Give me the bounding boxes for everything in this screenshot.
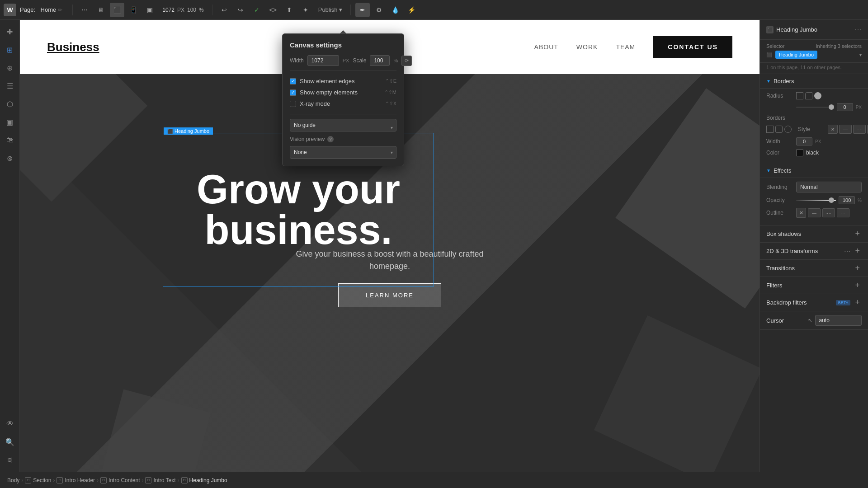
code-btn[interactable]: <> [266, 3, 280, 17]
add-element-btn[interactable]: ✚ [2, 23, 18, 40]
transitions-add-btn[interactable]: + [853, 263, 862, 273]
border-style-x-btn[interactable]: ✕ [828, 125, 838, 134]
backdrop-filters-add-btn[interactable]: + [853, 298, 862, 307]
breadcrumb-section[interactable]: □ Section [25, 477, 51, 483]
device-tablet-btn[interactable]: ⬛ [110, 3, 124, 17]
borders-section-header[interactable]: ▼ Borders [760, 74, 868, 89]
breadcrumb-intro-header[interactable]: □ Intro Header [57, 477, 95, 483]
filters-header[interactable]: Filters + [760, 277, 868, 294]
nav-link-work[interactable]: WORK [576, 43, 598, 51]
export-btn[interactable]: ⬆ [282, 3, 297, 17]
publish-button[interactable]: Publish ▾ [315, 5, 346, 15]
outline-label: Outline [766, 210, 793, 216]
star-btn[interactable]: ✦ [298, 3, 313, 17]
border-width-input[interactable] [796, 137, 812, 145]
search-sidebar-btn[interactable]: 🔍 [2, 434, 18, 450]
border-circle-icon [784, 126, 792, 133]
main-area: ✚ ⊞ ⊕ ☰ ⬡ ▣ 🛍 ⊗ 👁 🔍 ⚟ Business ABOUT WOR… [0, 20, 868, 472]
filters-add-btn[interactable]: + [853, 281, 862, 290]
save-status-btn[interactable]: ✓ [250, 3, 264, 17]
redo-btn[interactable]: ↪ [233, 3, 248, 17]
radius-circle-btn[interactable] [814, 92, 821, 99]
radius-slider-thumb[interactable] [829, 104, 834, 110]
panel-more-btn[interactable]: ⋯ [854, 25, 862, 34]
color-swatch[interactable] [796, 149, 803, 156]
search-btn[interactable]: ⊕ [2, 60, 18, 76]
effects-section-header[interactable]: ▼ Effects [760, 164, 868, 178]
opacity-row: Opacity % [766, 196, 862, 204]
pen-tool-btn[interactable]: ✒ [355, 3, 370, 17]
transitions-header[interactable]: Transitions + [760, 260, 868, 277]
more-options-btn[interactable]: ⋯ [77, 3, 92, 17]
box-shadows-header[interactable]: Box shadows + [760, 225, 868, 243]
panel-header: ⬛ Heading Jumbo ⋯ [760, 20, 868, 40]
nav-link-team[interactable]: TEAM [616, 43, 635, 51]
color-picker-btn[interactable]: 💧 [388, 3, 402, 17]
canvas-width: 1072 [162, 7, 175, 13]
box-shadows-add-btn[interactable]: + [853, 229, 862, 239]
opacity-input[interactable] [839, 196, 855, 204]
undo-btn[interactable]: ↩ [217, 3, 231, 17]
breadcrumb-intro-text[interactable]: □ Intro Text [145, 477, 175, 483]
page-edit-icon[interactable]: ✏ [58, 7, 62, 13]
sep2 [212, 5, 212, 15]
show-element-edges-row[interactable]: ✓ Show element edges ⌃⇧E [290, 75, 396, 87]
outline-solid-btn[interactable]: — [808, 208, 821, 217]
device-mobile-btn[interactable]: 📱 [126, 3, 141, 17]
breadcrumb-heading-jumbo[interactable]: □ Heading Jumbo [181, 477, 227, 483]
reset-scale-btn[interactable]: ⟳ [401, 56, 412, 66]
radius-prop-row: Radius [766, 92, 862, 99]
xray-checkbox[interactable] [290, 101, 296, 107]
bc-sep-4: › [142, 477, 143, 483]
navigator-btn[interactable]: ⊞ [2, 42, 18, 58]
contact-button[interactable]: CONTACT US [653, 36, 732, 58]
breadcrumb-body[interactable]: Body [7, 477, 19, 483]
vision-info-icon[interactable]: ? [327, 136, 334, 142]
width-input[interactable] [307, 55, 339, 66]
blending-select[interactable]: Normal [796, 182, 862, 192]
nav-link-about[interactable]: ABOUT [534, 43, 558, 51]
opacity-thumb[interactable] [829, 197, 834, 203]
radius-value-input[interactable] [837, 103, 853, 111]
pages-btn[interactable]: ☰ [2, 78, 18, 94]
lightning-btn[interactable]: ⚡ [404, 3, 419, 17]
show-element-edges-checkbox[interactable]: ✓ [290, 78, 296, 84]
breadcrumb-intro-content[interactable]: □ Intro Content [100, 477, 140, 483]
transforms-more-btn[interactable]: ⋯ [844, 248, 850, 255]
selector-dropdown-icon[interactable]: ▾ [859, 52, 862, 57]
backdrop-filters-header[interactable]: Backdrop filters BETA + [760, 294, 868, 311]
learn-more-button[interactable]: LEARN MORE [338, 283, 441, 307]
preview-icon-btn[interactable]: 👁 [2, 416, 18, 432]
transforms-add-btn[interactable]: + [853, 246, 862, 256]
device-small-btn[interactable]: ▣ [142, 3, 157, 17]
opacity-slider[interactable] [796, 200, 836, 201]
cms-btn[interactable]: ⬡ [2, 96, 18, 112]
publish-label: Publish [318, 6, 338, 13]
cursor-select[interactable]: auto [815, 315, 862, 326]
radius-square-btn[interactable] [796, 92, 803, 99]
outline-dotted-btn[interactable]: ··· [837, 208, 849, 217]
show-empty-elements-row[interactable]: ✓ Show empty elements ⌃⇧M [290, 87, 396, 98]
outline-dashed-btn[interactable]: - - [822, 208, 835, 217]
show-empty-elements-checkbox[interactable]: ✓ [290, 89, 296, 96]
border-style-dashed-btn[interactable]: - - [853, 125, 866, 134]
outline-x-btn[interactable]: ✕ [796, 208, 806, 218]
device-desktop-btn[interactable]: 🖥 [94, 3, 108, 17]
settings-btn[interactable]: ⚙ [372, 3, 386, 17]
help-btn[interactable]: ⚟ [2, 452, 18, 468]
radius-slider-track[interactable] [796, 107, 834, 108]
scale-input[interactable] [370, 55, 390, 66]
assets-btn[interactable]: ▣ [2, 114, 18, 130]
no-guide-select[interactable]: No guide [290, 119, 396, 131]
vision-select[interactable]: None [290, 146, 396, 159]
xray-mode-row[interactable]: X-ray mode ⌃⇧X [290, 98, 396, 109]
ecommerce-btn[interactable]: 🛍 [2, 132, 18, 148]
page-label: Page: Home ✏ [20, 6, 62, 13]
border-style-solid-btn[interactable]: — [839, 125, 852, 134]
radius-tl-btn[interactable] [805, 92, 812, 99]
selector-badge[interactable]: Heading Jumbo [775, 51, 817, 59]
transforms-header[interactable]: 2D & 3D transforms ⋯ + [760, 243, 868, 260]
logic-btn[interactable]: ⊗ [2, 150, 18, 166]
backdrop-beta-badge: BETA [836, 300, 851, 305]
selected-element-label[interactable]: ⬛ Heading Jumbo [164, 127, 213, 135]
